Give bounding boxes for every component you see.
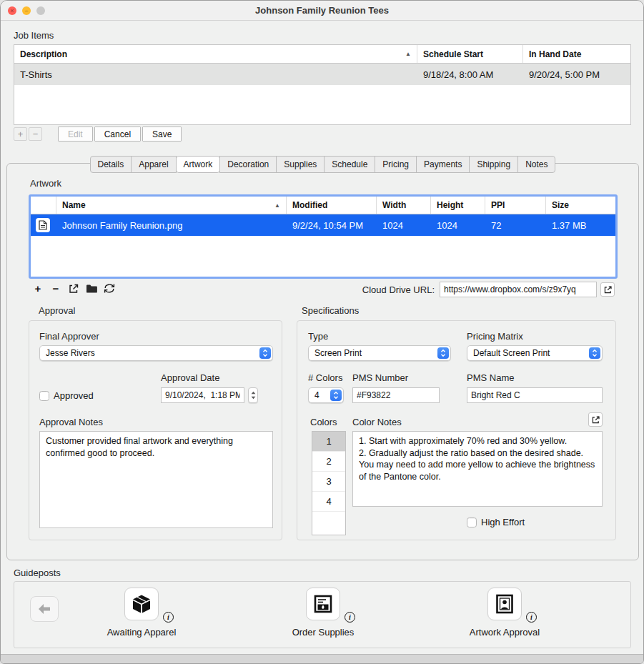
remove-job-item-button[interactable]: − [29,127,42,141]
guidepost-label: Order Supplies [266,627,380,638]
artwork-row-icon-cell [31,218,56,232]
pricing-matrix-select[interactable]: Default Screen Print [467,345,603,361]
date-stepper[interactable] [248,387,258,403]
specifications-group: Type Screen Print Pricing Matrix Default… [297,320,616,540]
close-icon[interactable] [8,6,16,15]
tab-payments[interactable]: Payments [416,156,470,173]
column-header-description[interactable]: Description ▲ [14,45,417,63]
approval-section-label: Approval [39,305,75,316]
tab-artwork[interactable]: Artwork [176,156,221,173]
column-header-size[interactable]: Size [546,197,615,214]
cloud-drive-url-input[interactable] [440,282,597,297]
approval-date-input[interactable] [161,387,244,403]
order-supplies-button[interactable] [306,588,340,620]
type-label: Type [308,331,328,342]
export-artwork-icon[interactable] [67,282,80,295]
info-icon[interactable] [526,612,537,623]
approved-checkbox[interactable] [39,391,49,401]
tab-apparel[interactable]: Apparel [131,156,176,173]
popup-chevrons-icon [259,347,271,359]
job-items-table: Description ▲ Schedule Start In Hand Dat… [14,44,631,125]
status-bar [1,654,643,663]
open-cloud-url-button[interactable] [600,282,615,297]
job-item-in-hand-date: 9/20/24, 5:00 PM [523,69,630,80]
tab-schedule[interactable]: Schedule [324,156,375,173]
tab-decoration[interactable]: Decoration [219,156,277,173]
high-effort-checkbox[interactable] [467,517,477,527]
sort-asc-icon: ▲ [272,202,280,209]
tab-pricing[interactable]: Pricing [375,156,417,173]
zoom-icon[interactable] [36,6,45,15]
approval-date-label: Approval Date [161,372,219,383]
add-job-item-button[interactable]: + [14,127,27,141]
guidepost-order-supplies: Order Supplies [266,588,380,638]
artwork-ppi: 72 [485,220,546,231]
remove-artwork-button[interactable]: − [49,282,62,295]
column-header-modified[interactable]: Modified [287,197,377,214]
cancel-button[interactable]: Cancel [94,127,141,142]
minimize-icon[interactable] [22,6,31,15]
back-arrow-button[interactable] [30,596,59,622]
approved-label: Approved [54,390,94,401]
guidepost-artwork-approval: Artwork Approval [447,588,562,638]
tab-bar: Details Apparel Artwork Decoration Suppl… [7,156,638,173]
color-notes-textarea[interactable]: 1. Start with approximately 70% red and … [352,431,603,507]
edit-button[interactable]: Edit [58,127,93,142]
column-header-width[interactable]: Width [377,197,431,214]
add-artwork-button[interactable]: + [31,282,44,295]
artwork-section-label: Artwork [30,178,61,189]
color-list-item[interactable]: 1 [312,432,345,452]
column-header-label: Schedule Start [423,49,483,59]
approval-notes-textarea[interactable]: Customer provided final artwork and ever… [39,431,273,528]
artwork-row-selected[interactable]: Johnson Family Reunion.png 9/2/24, 10:54… [31,214,615,236]
job-items-header: Description ▲ Schedule Start In Hand Dat… [14,45,630,64]
save-button[interactable]: Save [142,127,182,142]
approval-group: Final Approver Jesse Rivers Approval Dat… [29,320,282,540]
final-approver-label: Final Approver [39,331,99,342]
pms-name-input[interactable] [467,387,603,403]
column-header-label: In Hand Date [529,49,581,59]
sort-asc-icon: ▲ [402,51,411,57]
pms-name-label: PMS Name [467,372,514,383]
column-header-label: Modified [292,200,327,210]
tab-details[interactable]: Details [90,156,132,173]
info-icon[interactable] [163,612,174,623]
colors-list: 1 2 3 4 [312,431,346,535]
column-header-label: Width [382,200,406,210]
column-header-in-hand-date[interactable]: In Hand Date [523,45,630,63]
type-select[interactable]: Screen Print [308,345,451,361]
tab-supplies[interactable]: Supplies [276,156,325,173]
column-header-label: Size [552,200,569,210]
color-list-item[interactable]: 3 [312,472,345,492]
app-window: Johnson Family Reunion Tees Job Items De… [0,0,644,664]
refresh-icon[interactable] [103,282,116,295]
folder-icon[interactable] [85,282,98,295]
final-approver-select[interactable]: Jesse Rivers [39,345,273,361]
pms-number-input[interactable] [352,387,440,403]
tab-shipping[interactable]: Shipping [469,156,518,173]
artwork-approval-button[interactable] [487,588,522,620]
approval-notes-label: Approval Notes [39,417,103,427]
open-color-notes-button[interactable] [588,412,603,427]
pms-number-label: PMS Number [352,372,408,383]
pricing-matrix-value: Default Screen Print [473,348,550,358]
color-list-item[interactable]: 4 [312,492,345,512]
column-header-height[interactable]: Height [431,197,485,214]
num-colors-select[interactable]: 4 [308,387,344,403]
table-row[interactable]: T-Shirts 9/18/24, 8:00 AM 9/20/24, 5:00 … [14,64,630,85]
awaiting-apparel-button[interactable] [124,588,159,620]
column-header-name[interactable]: Name ▲ [56,197,287,214]
color-list-item[interactable]: 2 [312,452,345,472]
portrait-icon [494,593,515,615]
tab-notes[interactable]: Notes [517,156,555,173]
guidepost-awaiting-apparel: Awaiting Apparel [84,588,199,638]
info-icon[interactable] [345,612,355,623]
colors-label: Colors [310,417,337,427]
image-file-icon [36,218,50,232]
high-effort-label: High Effort [481,517,525,527]
artwork-size: 1.37 MB [546,220,615,231]
final-approver-value: Jesse Rivers [46,348,95,358]
column-header-schedule-start[interactable]: Schedule Start [417,45,523,63]
column-header-ppi[interactable]: PPI [485,197,546,214]
guidepost-label: Awaiting Apparel [84,627,199,638]
